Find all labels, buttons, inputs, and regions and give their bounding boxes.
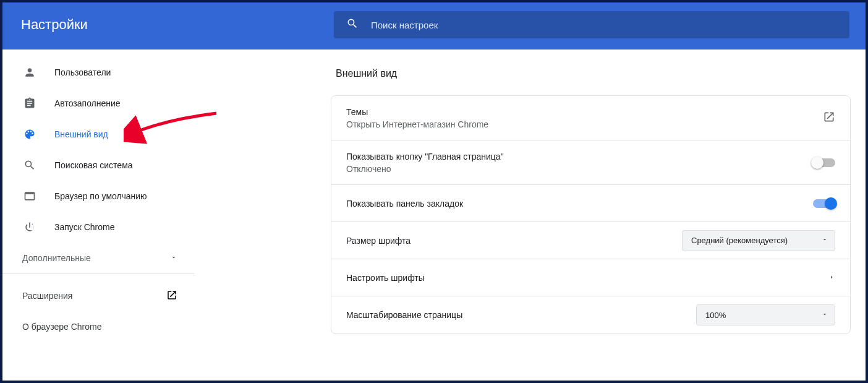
- sidebar-about[interactable]: О браузере Chrome: [0, 311, 195, 342]
- row-page-zoom: Масштабирование страницы 100%: [331, 296, 850, 334]
- chevron-right-icon: [828, 272, 835, 283]
- row-font-size: Размер шрифта Средний (рекомендуется): [331, 222, 850, 259]
- search-input[interactable]: [371, 20, 837, 30]
- row-label: Настроить шрифты: [346, 273, 425, 283]
- open-in-new-icon: [166, 290, 177, 303]
- power-icon: [22, 220, 37, 235]
- select-font-size[interactable]: Средний (рекомендуется): [682, 230, 835, 251]
- main-content: Внешний вид Темы Открыть Интернет-магази…: [195, 49, 868, 383]
- row-themes[interactable]: Темы Открыть Интернет-магазин Chrome: [331, 96, 850, 140]
- toggle-bookmarks-bar[interactable]: [813, 199, 835, 208]
- select-value: Средний (рекомендуется): [691, 236, 788, 245]
- row-sublabel: Открыть Интернет-магазин Chrome: [346, 119, 488, 129]
- chevron-down-icon: [821, 236, 828, 245]
- toggle-home-button[interactable]: [813, 158, 835, 167]
- search-box[interactable]: [334, 11, 849, 38]
- sidebar-item-startup[interactable]: Запуск Chrome: [0, 212, 195, 243]
- row-bookmarks-bar: Показывать панель закладок: [331, 185, 850, 222]
- sidebar: Пользователи Автозаполнение Внешний вид …: [0, 49, 195, 383]
- search-icon: [346, 17, 359, 32]
- sidebar-item-users[interactable]: Пользователи: [0, 57, 195, 88]
- sidebar-item-search-engine[interactable]: Поисковая система: [0, 150, 195, 181]
- select-value: 100%: [705, 311, 726, 320]
- sidebar-item-default-browser[interactable]: Браузер по умолчанию: [0, 181, 195, 212]
- divider: [0, 273, 195, 274]
- sidebar-about-label: О браузере Chrome: [22, 322, 102, 332]
- page-title: Настройки: [21, 17, 88, 33]
- open-in-new-icon: [823, 111, 835, 126]
- sidebar-item-label: Автозаполнение: [54, 98, 121, 108]
- browser-icon: [22, 189, 37, 204]
- row-home-button: Показывать кнопку "Главная страница" Отк…: [331, 140, 850, 185]
- sidebar-item-label: Внешний вид: [54, 129, 108, 139]
- sidebar-item-autofill[interactable]: Автозаполнение: [0, 88, 195, 119]
- row-sublabel: Отключено: [346, 164, 504, 174]
- assignment-icon: [22, 96, 37, 111]
- sidebar-item-label: Поисковая система: [54, 160, 133, 170]
- person-icon: [22, 65, 37, 80]
- header: Настройки: [0, 0, 868, 49]
- sidebar-extensions[interactable]: Расширения: [0, 280, 195, 311]
- select-page-zoom[interactable]: 100%: [696, 304, 835, 325]
- chevron-down-icon: [170, 253, 177, 263]
- row-label: Показывать кнопку "Главная страница": [346, 152, 504, 161]
- row-label: Размер шрифта: [346, 236, 411, 246]
- chevron-down-icon: [821, 311, 828, 320]
- row-label: Показывать панель закладок: [346, 199, 463, 209]
- palette-icon: [22, 127, 37, 142]
- sidebar-advanced-label: Дополнительные: [22, 253, 91, 263]
- settings-card: Темы Открыть Интернет-магазин Chrome Пок…: [331, 95, 851, 334]
- row-customize-fonts[interactable]: Настроить шрифты: [331, 259, 850, 296]
- row-label: Масштабирование страницы: [346, 310, 462, 320]
- sidebar-item-label: Пользователи: [54, 67, 111, 77]
- sidebar-advanced[interactable]: Дополнительные: [0, 243, 195, 273]
- sidebar-extensions-label: Расширения: [22, 291, 72, 301]
- sidebar-item-appearance[interactable]: Внешний вид: [0, 119, 195, 150]
- search-icon: [22, 158, 37, 173]
- row-label: Темы: [346, 107, 488, 117]
- sidebar-item-label: Браузер по умолчанию: [54, 191, 147, 201]
- sidebar-item-label: Запуск Chrome: [54, 222, 114, 232]
- section-title: Внешний вид: [336, 68, 868, 79]
